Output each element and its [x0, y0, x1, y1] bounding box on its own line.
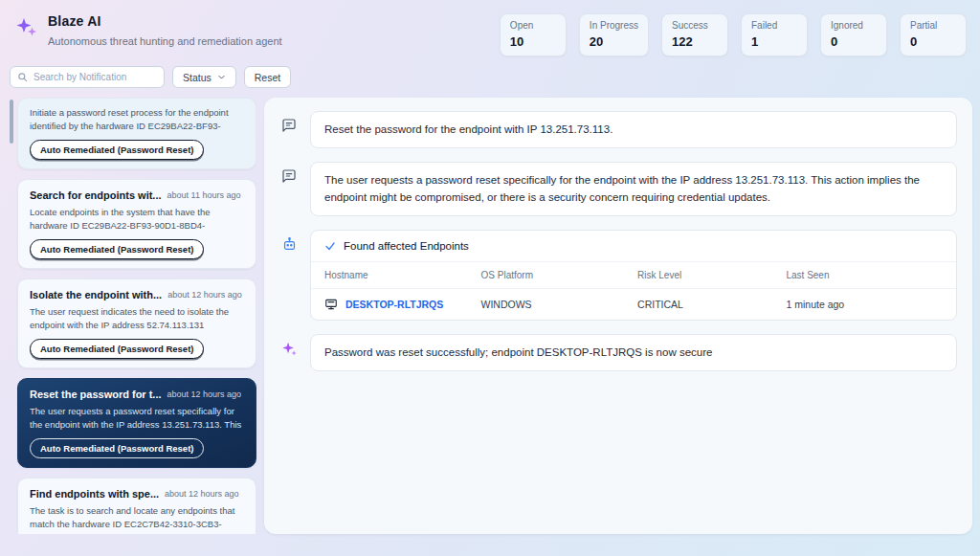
column-header-os-platform: OS Platform [481, 270, 638, 280]
stat-label: Failed [751, 20, 797, 31]
content: Initiate a password reset process for th… [0, 96, 980, 542]
stat-label: Partial [910, 20, 956, 31]
notification-timestamp: about 12 hours ago [167, 290, 242, 300]
search-icon [17, 72, 28, 82]
notification-description: Locate endpoints in the system that have… [30, 206, 244, 233]
chevron-down-icon [217, 73, 226, 81]
stat-label: Success [672, 20, 718, 31]
notification-card-selected[interactable]: Reset the password for t... about 12 hou… [17, 378, 256, 468]
stat-card-success: Success 122 [661, 13, 728, 56]
user-request-message: Reset the password for the endpoint with… [310, 111, 957, 148]
stat-card-ignored: Ignored 0 [820, 13, 887, 56]
os-platform-cell: WINDOWS [481, 299, 638, 310]
analysis-message: The user requests a password reset speci… [310, 162, 957, 216]
notification-title: Search for endpoints wit... [30, 189, 162, 201]
hostname-cell: DESKTOP-RLTJRQS [324, 298, 481, 311]
column-header-hostname: Hostname [324, 270, 481, 280]
stat-label: In Progress [590, 20, 638, 31]
notification-timestamp: about 12 hours ago [165, 489, 239, 499]
stat-label: Ignored [831, 20, 877, 31]
auto-remediated-button[interactable]: Auto Remediated (Password Reset) [30, 339, 204, 359]
search-wrap [10, 66, 165, 88]
last-seen-cell: 1 minute ago [786, 299, 943, 310]
notification-card[interactable]: Isolate the endpoint with... about 12 ho… [17, 278, 256, 368]
notification-description: The user request indicates the need to i… [30, 305, 244, 332]
sparkle-icon [279, 334, 299, 357]
endpoints-row: Found affected Endpoints Hostname OS Pla… [279, 230, 957, 321]
endpoints-header-label: Found affected Endpoints [344, 240, 469, 252]
notification-card[interactable]: Find endpoints with spe... about 12 hour… [17, 478, 256, 534]
stat-value: 122 [672, 34, 718, 49]
page-subtitle: Autonomous threat hunting and remediatio… [48, 35, 282, 47]
blaze-ai-logo-icon [15, 15, 38, 42]
endpoints-table-header: Hostname OS Platform Risk Level Last See… [311, 262, 956, 289]
result-row: Password was reset successfully; endpoin… [279, 334, 957, 371]
status-filter-label: Status [183, 72, 212, 83]
brand: Blaze AI Autonomous threat hunting and r… [15, 13, 282, 47]
notification-description: Initiate a password reset process for th… [30, 106, 244, 133]
stat-card-open: Open 10 [500, 13, 567, 56]
stat-value: 10 [510, 34, 556, 49]
stat-label: Open [510, 20, 556, 31]
hostname-link[interactable]: DESKTOP-RLTJRQS [345, 299, 443, 310]
stat-card-partial: Partial 0 [900, 13, 967, 56]
auto-remediated-button[interactable]: Auto Remediated (Password Reset) [30, 140, 204, 160]
notification-timestamp: about 12 hours ago [167, 389, 242, 399]
app-header: Blaze AI Autonomous threat hunting and r… [0, 0, 980, 60]
filter-toolbar: Status Reset [0, 60, 980, 96]
stat-value: 0 [910, 34, 956, 49]
detail-panel: Reset the password for the endpoint with… [264, 98, 972, 534]
stat-card-failed: Failed 1 [741, 13, 808, 56]
auto-remediated-button[interactable]: Auto Remediated (Password Reset) [30, 438, 204, 458]
stat-value: 1 [751, 34, 797, 49]
monitor-icon [324, 298, 338, 311]
auto-remediated-button[interactable]: Auto Remediated (Password Reset) [30, 239, 204, 259]
result-message: Password was reset successfully; endpoin… [310, 334, 957, 371]
notification-title: Reset the password for t... [30, 389, 162, 400]
reset-button[interactable]: Reset [244, 66, 291, 88]
sidebar-scrollbar[interactable] [10, 100, 13, 144]
notification-description: The task is to search and locate any end… [30, 504, 244, 531]
status-filter-dropdown[interactable]: Status [172, 66, 236, 88]
notification-description: The user requests a password reset speci… [30, 405, 244, 432]
agent-icon [279, 230, 299, 253]
reset-button-label: Reset [255, 72, 280, 83]
risk-level-cell: CRITICAL [637, 299, 786, 310]
column-header-last-seen: Last Seen [786, 270, 943, 280]
message-icon [279, 162, 299, 184]
message-row: The user requests a password reset speci… [279, 162, 957, 216]
notification-list: Initiate a password reset process for th… [10, 98, 256, 534]
notification-timestamp: about 11 hours ago [167, 190, 241, 200]
page-title: Blaze AI [48, 13, 282, 29]
message-icon [279, 111, 299, 133]
check-icon [324, 240, 336, 252]
notification-title: Isolate the endpoint with... [30, 289, 162, 300]
stat-value: 0 [831, 34, 877, 49]
stats-row: Open 10 In Progress 20 Success 122 Faile… [500, 13, 967, 56]
search-input[interactable] [10, 66, 165, 88]
stat-card-in-progress: In Progress 20 [579, 13, 649, 56]
endpoints-header: Found affected Endpoints [311, 231, 956, 262]
message-row: Reset the password for the endpoint with… [279, 111, 957, 148]
notification-card[interactable]: Search for endpoints wit... about 11 hou… [17, 179, 256, 269]
stat-value: 20 [590, 34, 638, 49]
notification-card[interactable]: Initiate a password reset process for th… [17, 98, 256, 169]
notification-title: Find endpoints with spe... [30, 488, 159, 500]
column-header-risk-level: Risk Level [637, 270, 786, 280]
affected-endpoints-card: Found affected Endpoints Hostname OS Pla… [310, 230, 957, 321]
endpoint-table-row: DESKTOP-RLTJRQS WINDOWS CRITICAL 1 minut… [311, 289, 956, 320]
